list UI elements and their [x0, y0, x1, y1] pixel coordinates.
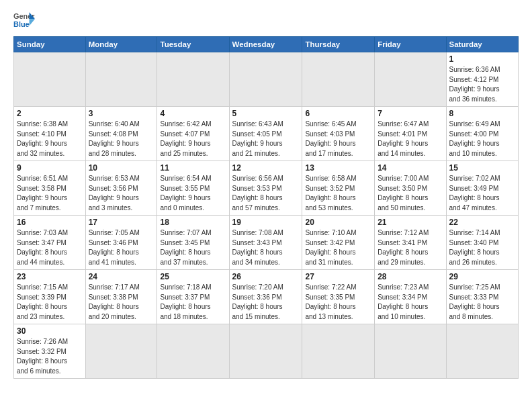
day-number: 17 — [89, 218, 154, 227]
calendar-cell: 26Sunrise: 7:20 AMSunset: 3:36 PMDayligh… — [229, 270, 302, 324]
calendar: SundayMondayTuesdayWednesdayThursdayFrid… — [13, 36, 519, 379]
day-number: 29 — [449, 272, 515, 281]
calendar-cell: 13Sunrise: 6:58 AMSunset: 3:52 PMDayligh… — [302, 161, 375, 216]
day-number: 21 — [378, 218, 443, 227]
calendar-cell: 27Sunrise: 7:22 AMSunset: 3:35 PMDayligh… — [302, 270, 375, 324]
calendar-week-row: 30Sunrise: 7:26 AMSunset: 3:32 PMDayligh… — [14, 324, 519, 379]
page: General Blue SundayMondayTuesdayWednesda… — [0, 0, 532, 411]
generalblue-logo-icon: General Blue — [13, 11, 35, 30]
logo: General Blue — [13, 11, 35, 30]
calendar-cell — [446, 324, 518, 379]
calendar-body: 1Sunrise: 6:36 AMSunset: 4:12 PMDaylight… — [14, 52, 519, 379]
calendar-cell: 22Sunrise: 7:14 AMSunset: 3:40 PMDayligh… — [446, 216, 518, 270]
day-number: 13 — [305, 163, 371, 173]
calendar-cell — [85, 324, 157, 379]
day-number: 5 — [232, 109, 300, 118]
weekday-header-sunday: Sunday — [14, 37, 86, 52]
calendar-cell — [157, 52, 229, 107]
day-info: Sunrise: 6:49 AMSunset: 4:00 PMDaylight:… — [449, 120, 515, 158]
calendar-cell — [375, 52, 446, 107]
day-info: Sunrise: 6:51 AMSunset: 3:58 PMDaylight:… — [17, 174, 83, 213]
svg-marker-3 — [30, 19, 35, 26]
weekday-header-monday: Monday — [85, 37, 157, 52]
calendar-cell: 19Sunrise: 7:08 AMSunset: 3:43 PMDayligh… — [229, 216, 302, 270]
weekday-header-thursday: Thursday — [302, 37, 375, 52]
day-info: Sunrise: 7:25 AMSunset: 3:33 PMDaylight:… — [449, 283, 515, 322]
day-number: 28 — [378, 272, 443, 281]
calendar-cell: 5Sunrise: 6:43 AMSunset: 4:05 PMDaylight… — [229, 107, 302, 161]
day-info: Sunrise: 7:20 AMSunset: 3:36 PMDaylight:… — [232, 283, 300, 322]
calendar-cell: 15Sunrise: 7:02 AMSunset: 3:49 PMDayligh… — [446, 161, 518, 216]
calendar-cell: 12Sunrise: 6:56 AMSunset: 3:53 PMDayligh… — [229, 161, 302, 216]
day-number: 7 — [378, 109, 443, 118]
day-number: 12 — [232, 163, 300, 173]
svg-text:Blue: Blue — [13, 20, 30, 28]
day-info: Sunrise: 7:17 AMSunset: 3:38 PMDaylight:… — [89, 283, 154, 322]
day-number: 8 — [449, 109, 515, 118]
day-info: Sunrise: 7:02 AMSunset: 3:49 PMDaylight:… — [449, 174, 515, 213]
calendar-cell — [302, 324, 375, 379]
weekday-header-tuesday: Tuesday — [157, 37, 229, 52]
calendar-cell: 30Sunrise: 7:26 AMSunset: 3:32 PMDayligh… — [14, 324, 86, 379]
day-info: Sunrise: 6:58 AMSunset: 3:52 PMDaylight:… — [305, 174, 371, 213]
calendar-cell: 24Sunrise: 7:17 AMSunset: 3:38 PMDayligh… — [85, 270, 157, 324]
calendar-cell: 9Sunrise: 6:51 AMSunset: 3:58 PMDaylight… — [14, 161, 86, 216]
calendar-cell: 11Sunrise: 6:54 AMSunset: 3:55 PMDayligh… — [157, 161, 229, 216]
calendar-cell — [229, 324, 302, 379]
day-number: 27 — [305, 272, 371, 281]
day-info: Sunrise: 6:54 AMSunset: 3:55 PMDaylight:… — [160, 174, 226, 213]
day-info: Sunrise: 6:36 AMSunset: 4:12 PMDaylight:… — [449, 65, 515, 104]
calendar-cell: 16Sunrise: 7:03 AMSunset: 3:47 PMDayligh… — [14, 216, 86, 270]
day-number: 16 — [17, 218, 83, 227]
day-number: 24 — [89, 272, 154, 281]
day-number: 9 — [17, 163, 83, 173]
day-info: Sunrise: 6:56 AMSunset: 3:53 PMDaylight:… — [232, 174, 300, 213]
calendar-cell: 17Sunrise: 7:05 AMSunset: 3:46 PMDayligh… — [85, 216, 157, 270]
calendar-cell: 6Sunrise: 6:45 AMSunset: 4:03 PMDaylight… — [302, 107, 375, 161]
day-info: Sunrise: 7:12 AMSunset: 3:41 PMDaylight:… — [378, 228, 443, 267]
day-number: 2 — [17, 109, 83, 118]
calendar-week-row: 2Sunrise: 6:38 AMSunset: 4:10 PMDaylight… — [14, 107, 519, 161]
calendar-week-row: 9Sunrise: 6:51 AMSunset: 3:58 PMDaylight… — [14, 161, 519, 216]
calendar-cell: 2Sunrise: 6:38 AMSunset: 4:10 PMDaylight… — [14, 107, 86, 161]
day-info: Sunrise: 7:05 AMSunset: 3:46 PMDaylight:… — [89, 228, 154, 267]
day-number: 10 — [89, 163, 154, 173]
day-info: Sunrise: 7:03 AMSunset: 3:47 PMDaylight:… — [17, 228, 83, 267]
day-info: Sunrise: 7:26 AMSunset: 3:32 PMDaylight:… — [17, 337, 83, 376]
calendar-cell: 8Sunrise: 6:49 AMSunset: 4:00 PMDaylight… — [446, 107, 518, 161]
calendar-cell: 20Sunrise: 7:10 AMSunset: 3:42 PMDayligh… — [302, 216, 375, 270]
day-number: 3 — [89, 109, 154, 118]
weekday-header-row: SundayMondayTuesdayWednesdayThursdayFrid… — [14, 37, 519, 52]
day-info: Sunrise: 7:23 AMSunset: 3:34 PMDaylight:… — [378, 283, 443, 322]
day-number: 4 — [160, 109, 226, 118]
day-number: 25 — [160, 272, 226, 281]
calendar-cell — [157, 324, 229, 379]
calendar-cell: 1Sunrise: 6:36 AMSunset: 4:12 PMDaylight… — [446, 52, 518, 107]
calendar-cell: 28Sunrise: 7:23 AMSunset: 3:34 PMDayligh… — [375, 270, 446, 324]
calendar-cell: 21Sunrise: 7:12 AMSunset: 3:41 PMDayligh… — [375, 216, 446, 270]
calendar-cell — [302, 52, 375, 107]
calendar-cell: 10Sunrise: 6:53 AMSunset: 3:56 PMDayligh… — [85, 161, 157, 216]
calendar-header: SundayMondayTuesdayWednesdayThursdayFrid… — [14, 37, 519, 52]
weekday-header-friday: Friday — [375, 37, 446, 52]
day-number: 30 — [17, 326, 83, 336]
day-number: 19 — [232, 218, 300, 227]
calendar-cell: 3Sunrise: 6:40 AMSunset: 4:08 PMDaylight… — [85, 107, 157, 161]
day-number: 6 — [305, 109, 371, 118]
day-info: Sunrise: 7:18 AMSunset: 3:37 PMDaylight:… — [160, 283, 226, 322]
day-number: 11 — [160, 163, 226, 173]
day-number: 18 — [160, 218, 226, 227]
day-info: Sunrise: 7:15 AMSunset: 3:39 PMDaylight:… — [17, 283, 83, 322]
calendar-cell: 14Sunrise: 7:00 AMSunset: 3:50 PMDayligh… — [375, 161, 446, 216]
day-number: 14 — [378, 163, 443, 173]
day-number: 22 — [449, 218, 515, 227]
weekday-header-saturday: Saturday — [446, 37, 518, 52]
calendar-week-row: 1Sunrise: 6:36 AMSunset: 4:12 PMDaylight… — [14, 52, 519, 107]
calendar-cell: 4Sunrise: 6:42 AMSunset: 4:07 PMDaylight… — [157, 107, 229, 161]
calendar-week-row: 23Sunrise: 7:15 AMSunset: 3:39 PMDayligh… — [14, 270, 519, 324]
calendar-cell — [229, 52, 302, 107]
day-number: 15 — [449, 163, 515, 173]
day-number: 23 — [17, 272, 83, 281]
day-number: 1 — [449, 54, 515, 64]
day-info: Sunrise: 7:08 AMSunset: 3:43 PMDaylight:… — [232, 228, 300, 267]
